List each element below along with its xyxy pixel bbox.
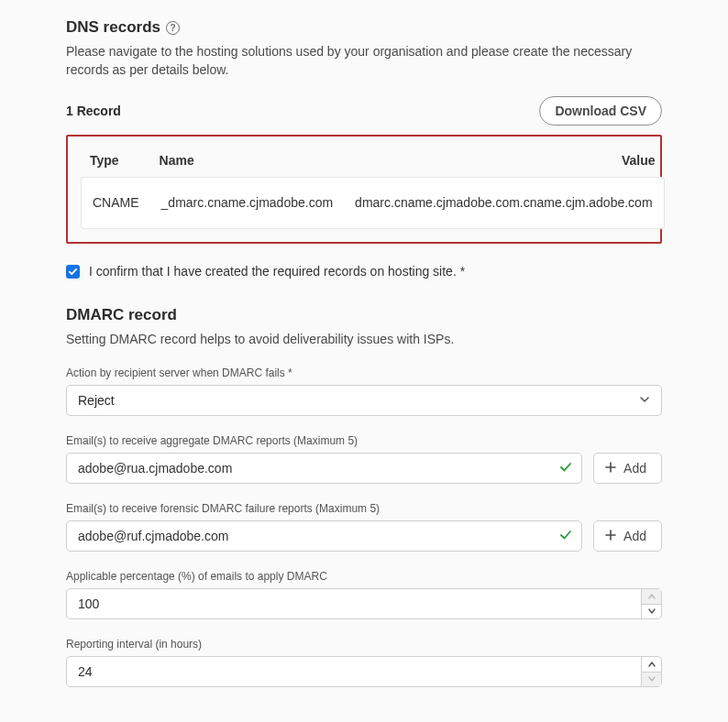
col-name: Name <box>150 148 345 177</box>
forensic-email-value: adobe@ruf.cjmadobe.com <box>78 529 228 543</box>
checkmark-icon <box>68 267 78 277</box>
chevron-down-icon <box>639 393 650 408</box>
step-up-button <box>642 589 661 605</box>
cell-value: dmarc.cname.cjmadobe.com.cname.cjm.adobe… <box>344 177 664 230</box>
dmarc-record-desc: Setting DMARC record helps to avoid deli… <box>66 332 662 346</box>
add-aggregate-button[interactable]: Add <box>593 453 662 484</box>
interval-stepper <box>641 657 661 686</box>
confirm-label: I confirm that I have created the requir… <box>89 264 465 279</box>
action-select[interactable]: Reject <box>66 385 662 416</box>
col-value: Value <box>344 148 664 177</box>
table-row: CNAME _dmarc.cname.cjmadobe.com dmarc.cn… <box>81 177 665 230</box>
step-up-button[interactable] <box>642 657 661 673</box>
dns-records-title: DNS records ? <box>66 18 662 37</box>
dns-records-title-text: DNS records <box>66 18 160 37</box>
records-count: 1 Record <box>66 104 121 118</box>
percentage-label: Applicable percentage (%) of emails to a… <box>66 570 662 583</box>
check-icon <box>559 529 572 544</box>
add-forensic-button[interactable]: Add <box>593 520 662 552</box>
aggregate-email-value: adobe@rua.cjmadobe.com <box>78 461 232 476</box>
dns-table-frame: Type Name Value CNAME _dmarc.cname.cjmad… <box>66 135 662 245</box>
dns-records-desc: Please navigate to the hosting solutions… <box>66 42 662 80</box>
dmarc-record-title: DMARC record <box>66 306 662 324</box>
interval-value: 24 <box>78 664 93 679</box>
aggregate-label: Email(s) to receive aggregate DMARC repo… <box>66 434 662 447</box>
add-forensic-label: Add <box>623 529 646 543</box>
aggregate-email-input[interactable]: adobe@rua.cjmadobe.com <box>66 453 582 484</box>
action-label: Action by recipient server when DMARC fa… <box>66 366 662 379</box>
cell-name: _dmarc.cname.cjmadobe.com <box>150 177 345 230</box>
cell-type: CNAME <box>81 177 150 230</box>
forensic-label: Email(s) to receive forensic DMARC failu… <box>66 502 662 515</box>
confirm-checkbox[interactable] <box>66 265 80 279</box>
info-icon[interactable]: ? <box>166 21 180 35</box>
forensic-email-input[interactable]: adobe@ruf.cjmadobe.com <box>66 520 582 552</box>
step-down-button[interactable] <box>642 605 661 619</box>
percentage-stepper <box>641 589 661 618</box>
interval-input[interactable]: 24 <box>66 656 662 687</box>
interval-label: Reporting interval (in hours) <box>66 638 662 651</box>
check-icon <box>559 461 572 476</box>
col-type: Type <box>81 148 150 177</box>
dns-table: Type Name Value CNAME _dmarc.cname.cjmad… <box>81 148 665 230</box>
percentage-input[interactable]: 100 <box>66 588 662 619</box>
percentage-value: 100 <box>78 596 99 611</box>
action-value: Reject <box>78 393 115 408</box>
add-aggregate-label: Add <box>623 461 646 476</box>
step-down-button <box>642 673 661 687</box>
plus-icon <box>605 461 616 476</box>
download-csv-button[interactable]: Download CSV <box>539 96 662 126</box>
plus-icon <box>605 529 616 543</box>
